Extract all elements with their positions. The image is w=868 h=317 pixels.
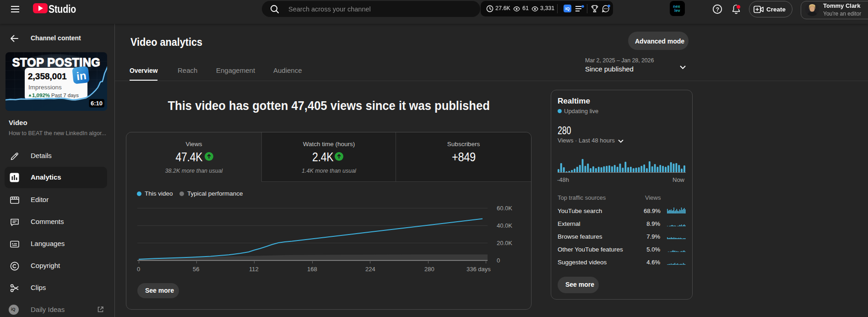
svg-text:lev: lev [674, 8, 680, 13]
svg-text:Impressions: Impressions [28, 84, 62, 91]
svg-text:Past 7 days: Past 7 days [51, 93, 79, 98]
svg-text:STOP POSTING: STOP POSTING [12, 56, 101, 69]
svg-text:2,358,001: 2,358,001 [28, 71, 67, 81]
svg-text:6:10: 6:10 [91, 100, 103, 107]
svg-text:in: in [76, 69, 87, 82]
svg-text:?: ? [716, 6, 719, 12]
svg-text:1,092%: 1,092% [32, 93, 50, 98]
